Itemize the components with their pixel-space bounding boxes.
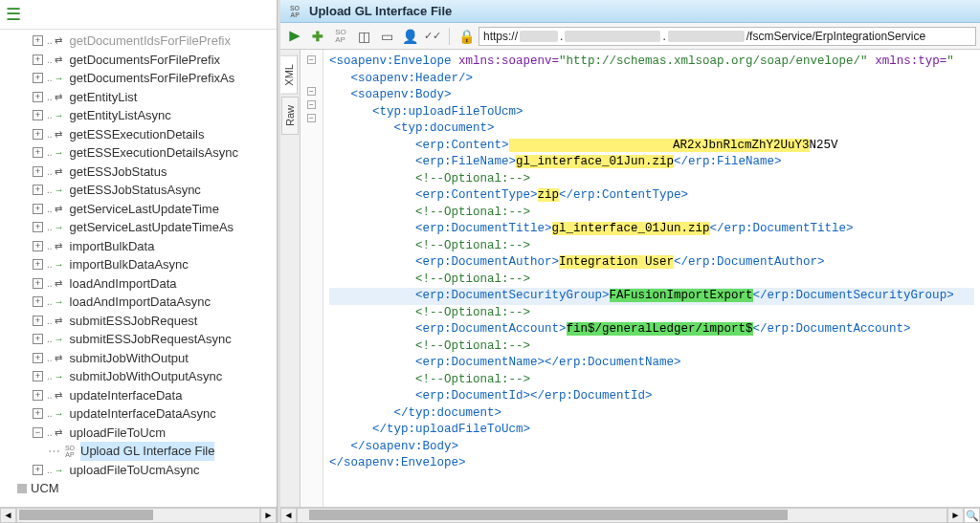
tree-item[interactable]: +..→submitJobWithOutputAsync [4,367,277,386]
left-hscrollbar[interactable]: ◄► [0,507,277,523]
tree-item[interactable]: +..→getDocumentsForFilePrefixAs [4,69,277,88]
find-icon[interactable]: 🔍 [964,508,980,523]
tab-xml[interactable]: XML [280,55,298,95]
tree-item[interactable]: +..⇄getDocumentsForFilePrefix [4,51,277,70]
lock-icon[interactable]: 🔒 [456,27,477,46]
svg-marker-0 [289,31,300,41]
fold-gutter[interactable]: − − − − [301,50,323,507]
assert-icon[interactable]: ✓✓ [422,27,443,46]
doc-icon[interactable]: ▭ [376,27,397,46]
run-icon[interactable] [284,27,305,46]
tree-item[interactable]: +..→uploadFileToUcmAsync [4,461,277,480]
tree-item[interactable]: +..→updateInterfaceDataAsync [4,404,277,424]
editor: XML Raw − − − − <soapenv:Envelope xmlns:… [280,50,980,507]
tree-item[interactable]: UCM [4,479,277,498]
menu-icon[interactable]: ☰ [0,0,277,30]
tree-item[interactable]: +..⇄submitJobWithOutput [4,349,277,368]
tree-item[interactable]: +..⇄importBulkData [4,237,277,256]
tree-item[interactable]: +..⇄getESSExecutionDetails [4,125,277,144]
side-tabs: XML Raw [280,50,301,507]
request-pane: SOAP Upload GL Interface File ✚ SOAP ◫ ▭… [278,0,980,523]
tree-item[interactable]: +..→submitESSJobRequestAsync [4,330,277,349]
operation-tree[interactable]: +..⇄getDocumentIdsForFilePrefix +..⇄getD… [0,30,277,507]
tree-item-expanded[interactable]: −..⇄uploadFileToUcm [4,424,277,443]
toolbar-separator [449,28,450,45]
tree-item[interactable]: +..⇄getDocumentIdsForFilePrefix [4,32,277,51]
titlebar: SOAP Upload GL Interface File [280,0,980,23]
tree-item[interactable]: +..⇄submitESSJobRequest [4,312,277,331]
user-icon[interactable]: 👤 [399,27,420,46]
tree-item[interactable]: +..⇄updateInterfaceData [4,386,277,405]
tree-item[interactable]: +..⇄getServiceLastUpdateTime [4,200,277,219]
soap-icon: SOAP [286,5,303,18]
soap-tool-icon[interactable]: SOAP [330,27,351,46]
tree-item[interactable]: +..→getEntityListAsync [4,106,277,125]
tree-item[interactable]: +..→loadAndImportDataAsync [4,293,277,312]
tree-item[interactable]: +..→getServiceLastUpdateTimeAs [4,218,277,237]
title-text: Upload GL Interface File [309,4,452,18]
tree-item[interactable]: +..⇄getEntityList [4,88,277,107]
toolbar: ✚ SOAP ◫ ▭ 👤 ✓✓ 🔒 https://../fscmService… [280,23,980,50]
tree-item[interactable]: +..→getESSJobStatusAsync [4,181,277,200]
tree-item[interactable]: +..⇄getESSJobStatus [4,163,277,182]
tree-item[interactable]: +..⇄loadAndImportData [4,274,277,294]
attach-icon[interactable]: ◫ [353,27,374,46]
tree-item-selected[interactable]: ⋯SOAPUpload GL Interface File [4,442,277,461]
add-icon[interactable]: ✚ [307,27,328,46]
bottom-hscrollbar[interactable]: ◄► 🔍 [280,507,980,523]
tree-item[interactable]: +..→importBulkDataAsync [4,255,277,274]
navigation-pane: ☰ +..⇄getDocumentIdsForFilePrefix +..⇄ge… [0,0,278,523]
xml-editor[interactable]: <soapenv:Envelope xmlns:soapenv="http://… [323,50,980,507]
tab-raw[interactable]: Raw [281,97,299,135]
tree-item[interactable]: +..→getESSExecutionDetailsAsync [4,143,277,163]
endpoint-url[interactable]: https://../fscmService/ErpIntegrationSer… [479,27,976,46]
